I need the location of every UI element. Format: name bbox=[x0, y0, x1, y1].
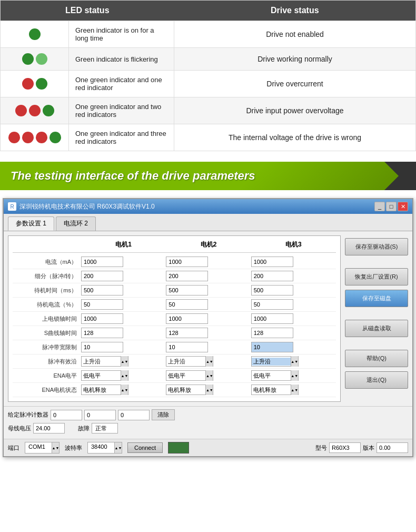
spinner-1-motor-1[interactable]: 低电平▲▼ bbox=[166, 370, 213, 381]
spinner-text-0-2: 上升沿 bbox=[252, 358, 291, 366]
field-2-motor-0[interactable] bbox=[81, 285, 123, 295]
pulse-counter-input-1[interactable] bbox=[51, 410, 82, 420]
tab-current-loop[interactable]: 电流环 2 bbox=[56, 216, 96, 231]
spinner-2-motor-2[interactable]: 电机释放▲▼ bbox=[251, 385, 299, 395]
field-0-motor-1[interactable] bbox=[166, 257, 208, 267]
model-input[interactable] bbox=[329, 442, 361, 453]
drive-status-row-1: Drive working normally bbox=[174, 48, 416, 71]
spinner-arrows-2-1[interactable]: ▲▼ bbox=[205, 385, 213, 395]
field-4-motor-0[interactable] bbox=[81, 313, 123, 324]
spinner-1-motor-2[interactable]: 低电平▲▼ bbox=[251, 370, 299, 381]
field-3-motor-1[interactable] bbox=[166, 299, 208, 310]
field-1-motor-0[interactable] bbox=[81, 271, 123, 281]
field-4-motor-2[interactable] bbox=[251, 313, 293, 324]
close-button[interactable]: ✕ bbox=[398, 202, 408, 211]
minimize-button[interactable]: _ bbox=[374, 202, 385, 211]
field-1-motor-1[interactable] bbox=[166, 271, 208, 281]
field-5-motor-2[interactable] bbox=[251, 328, 293, 338]
pulse-counter-input-2[interactable] bbox=[84, 410, 116, 420]
window-title: 深圳锐特机电技术有限公司 R60X3调试软件V1.0 bbox=[19, 202, 155, 211]
spinner-arrows-0-0[interactable]: ▲▼ bbox=[121, 356, 128, 367]
field-2-motor-2[interactable] bbox=[251, 285, 293, 295]
right-btn-1[interactable]: 恢复出厂设置(R) bbox=[345, 268, 408, 285]
led-dot-4-0 bbox=[8, 132, 20, 143]
spinner-arrows-0-2[interactable]: ▲▼ bbox=[291, 356, 298, 367]
tab-params[interactable]: 参数设置 1 bbox=[8, 216, 54, 231]
baud-label: 波特率 bbox=[65, 444, 82, 452]
window-controls[interactable]: _ □ ✕ bbox=[374, 202, 408, 211]
spinner-text-0-0: 上升沿 bbox=[82, 358, 121, 366]
led-desc-row-1: Green indicator is flickering bbox=[69, 48, 174, 71]
spinner-text-1-0: 低电平 bbox=[82, 372, 121, 380]
form-row-1: 细分（脉冲/转） bbox=[13, 269, 336, 283]
field-label-5: S曲线轴时间 bbox=[13, 329, 81, 337]
fault-field: 故障 bbox=[78, 423, 118, 434]
spinner-arrows-1-0[interactable]: ▲▼ bbox=[121, 370, 128, 381]
spinner-0-motor-1[interactable]: 上升沿▲▼ bbox=[166, 356, 213, 367]
spinner-0-motor-0[interactable]: 上升沿▲▼ bbox=[81, 356, 128, 367]
right-btn-4[interactable]: 帮助(Q) bbox=[345, 350, 408, 367]
spinner-1-motor-0[interactable]: 低电平▲▼ bbox=[81, 370, 128, 381]
field-6-motor-1[interactable] bbox=[166, 342, 208, 352]
spinner-arrows-0-1[interactable]: ▲▼ bbox=[205, 356, 213, 367]
clear-button[interactable]: 清除 bbox=[152, 409, 175, 420]
led-dot-3-2 bbox=[43, 105, 54, 116]
spinner-label-1: ENA电平 bbox=[13, 372, 81, 380]
field-3-motor-2[interactable] bbox=[251, 299, 293, 310]
field-3-motor-0[interactable] bbox=[81, 299, 123, 310]
field-5-motor-0[interactable] bbox=[81, 328, 123, 338]
field-1-motor-2[interactable] bbox=[251, 271, 293, 281]
voltage-label: 母线电压 bbox=[8, 425, 31, 432]
fault-input[interactable] bbox=[92, 423, 118, 434]
connect-button[interactable]: Connect bbox=[127, 442, 163, 453]
spinner-text-2-2: 电机释放 bbox=[252, 386, 291, 394]
led-dot-1-0 bbox=[22, 53, 34, 65]
voltage-input[interactable] bbox=[33, 423, 65, 434]
pulse-counter-input-3[interactable] bbox=[118, 410, 150, 420]
spinner-2-motor-1[interactable]: 电机释放▲▼ bbox=[166, 385, 213, 395]
port-value: COM1 bbox=[25, 442, 52, 453]
led-dot-2-0 bbox=[22, 78, 34, 90]
spinner-row-1: ENA电平低电平▲▼低电平▲▼低电平▲▼ bbox=[13, 369, 336, 383]
field-4-motor-1[interactable] bbox=[166, 313, 208, 324]
field-6-motor-2[interactable] bbox=[251, 342, 293, 352]
right-btn-5[interactable]: 退出(Q) bbox=[345, 371, 408, 389]
field-label-2: 待机时间（ms） bbox=[13, 287, 81, 294]
led-dot-1-1 bbox=[36, 53, 47, 65]
form-row-0: 电流（mA） bbox=[13, 255, 336, 269]
led-desc-row-3: One green indicator and two red indicato… bbox=[69, 97, 174, 124]
spinner-arrows-2-2[interactable]: ▲▼ bbox=[291, 385, 298, 395]
field-label-6: 脉冲带宽限制 bbox=[13, 343, 81, 351]
field-6-motor-0[interactable] bbox=[81, 342, 123, 352]
field-0-motor-2[interactable] bbox=[251, 257, 293, 267]
port-spinner[interactable]: COM1 ▲▼ bbox=[25, 442, 60, 454]
version-label: 版本 bbox=[363, 444, 374, 452]
software-window: R 深圳锐特机电技术有限公司 R60X3调试软件V1.0 _ □ ✕ 参数设置 … bbox=[3, 198, 413, 457]
field-0-motor-0[interactable] bbox=[81, 257, 123, 267]
led-dot-3-0 bbox=[15, 105, 27, 116]
baud-arrows[interactable]: ▲▼ bbox=[114, 442, 122, 453]
maximize-button[interactable]: □ bbox=[386, 202, 397, 211]
right-btn-3[interactable]: 从磁盘读取 bbox=[345, 320, 408, 337]
spinner-arrows-1-1[interactable]: ▲▼ bbox=[205, 370, 213, 381]
field-5-motor-1[interactable] bbox=[166, 328, 208, 338]
baud-spinner[interactable]: 38400 ▲▼ bbox=[87, 442, 122, 454]
status-indicator-box bbox=[168, 442, 189, 454]
version-input[interactable] bbox=[377, 442, 408, 453]
port-arrows[interactable]: ▲▼ bbox=[52, 442, 59, 453]
spinner-arrows-2-0[interactable]: ▲▼ bbox=[121, 385, 128, 395]
field-2-motor-1[interactable] bbox=[166, 285, 208, 295]
spinner-0-motor-2[interactable]: 上升沿▲▼ bbox=[251, 356, 299, 367]
baud-value: 38400 bbox=[88, 442, 114, 453]
right-btn-0[interactable]: 保存至驱动器(S) bbox=[345, 238, 408, 255]
field-label-1: 细分（脉冲/转） bbox=[13, 272, 81, 280]
params-form: 电机1 电机2 电机3 电流（mA）细分（脉冲/转）待机时间（ms）待机电流（%… bbox=[8, 235, 341, 402]
form-row-5: S曲线轴时间 bbox=[13, 326, 336, 340]
led-status-header: LED status bbox=[1, 1, 174, 21]
pulse-counter-field: 给定脉冲计数器 清除 bbox=[8, 409, 175, 420]
model-field: 型号 版本 bbox=[315, 442, 408, 453]
spinner-2-motor-0[interactable]: 电机释放▲▼ bbox=[81, 385, 128, 395]
spinner-arrows-1-2[interactable]: ▲▼ bbox=[291, 370, 298, 381]
right-btn-2[interactable]: 保存至磁盘 bbox=[345, 290, 408, 307]
led-desc-row-4: One green indicator and three red indica… bbox=[69, 124, 174, 151]
